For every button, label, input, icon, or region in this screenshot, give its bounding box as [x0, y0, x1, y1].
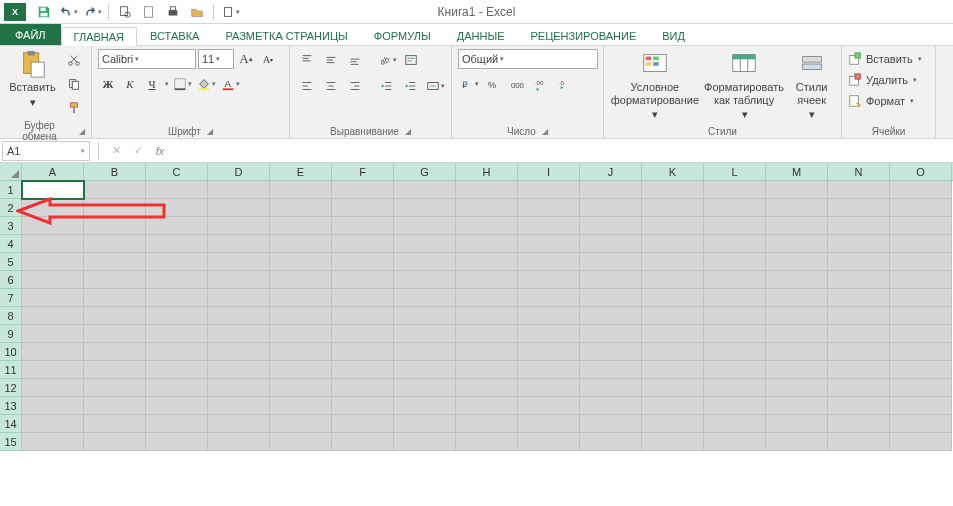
cell[interactable]	[890, 271, 952, 289]
cell[interactable]	[84, 343, 146, 361]
row-header[interactable]: 2	[0, 199, 22, 217]
cell[interactable]	[890, 379, 952, 397]
cell[interactable]	[580, 253, 642, 271]
cell[interactable]	[766, 217, 828, 235]
cell[interactable]	[22, 289, 84, 307]
cell[interactable]	[766, 235, 828, 253]
cell[interactable]	[332, 325, 394, 343]
cell[interactable]	[580, 217, 642, 235]
column-header[interactable]: G	[394, 163, 456, 180]
tab-view[interactable]: ВИД	[649, 26, 698, 45]
orientation-icon[interactable]: ab▾	[376, 49, 398, 71]
formula-input[interactable]	[171, 141, 953, 161]
cell[interactable]	[394, 343, 456, 361]
cell[interactable]	[394, 271, 456, 289]
cell[interactable]	[332, 307, 394, 325]
cell[interactable]	[332, 415, 394, 433]
cell[interactable]	[332, 397, 394, 415]
merge-center-icon[interactable]: ▾	[424, 75, 446, 97]
cell[interactable]	[580, 415, 642, 433]
cell[interactable]	[766, 397, 828, 415]
cell[interactable]	[208, 379, 270, 397]
cell[interactable]	[22, 415, 84, 433]
cell[interactable]	[456, 253, 518, 271]
cell[interactable]	[456, 235, 518, 253]
cell[interactable]	[890, 361, 952, 379]
cell[interactable]	[270, 307, 332, 325]
row-header[interactable]: 4	[0, 235, 22, 253]
cell[interactable]	[828, 289, 890, 307]
cell[interactable]	[146, 181, 208, 199]
cell[interactable]	[456, 199, 518, 217]
column-header[interactable]: H	[456, 163, 518, 180]
cell[interactable]	[22, 379, 84, 397]
touch-mode-icon[interactable]: ▾	[220, 2, 240, 22]
cell[interactable]	[394, 181, 456, 199]
cell[interactable]	[766, 415, 828, 433]
cell[interactable]	[208, 253, 270, 271]
cell[interactable]	[518, 289, 580, 307]
cell[interactable]	[208, 289, 270, 307]
cell[interactable]	[22, 325, 84, 343]
cell[interactable]	[22, 433, 84, 451]
cell[interactable]	[456, 343, 518, 361]
tab-data[interactable]: ДАННЫЕ	[444, 26, 518, 45]
cell[interactable]	[332, 379, 394, 397]
cell[interactable]	[890, 199, 952, 217]
alignment-dialog-launcher[interactable]: ◢	[405, 127, 411, 136]
cell[interactable]	[766, 361, 828, 379]
format-cells-button[interactable]: Формат▾	[848, 91, 929, 110]
enter-formula-icon[interactable]: ✓	[127, 141, 149, 161]
align-top-icon[interactable]	[296, 49, 318, 71]
underline-button[interactable]: Ч	[142, 74, 162, 94]
cell[interactable]	[22, 253, 84, 271]
cell[interactable]	[208, 307, 270, 325]
cell[interactable]	[642, 343, 704, 361]
font-dialog-launcher[interactable]: ◢	[207, 127, 213, 136]
cell[interactable]	[518, 181, 580, 199]
cell[interactable]	[704, 379, 766, 397]
cut-icon[interactable]	[63, 49, 85, 71]
cell[interactable]	[704, 433, 766, 451]
cell[interactable]	[22, 235, 84, 253]
row-header[interactable]: 5	[0, 253, 22, 271]
cell[interactable]	[580, 199, 642, 217]
cell[interactable]	[704, 361, 766, 379]
cell[interactable]	[332, 289, 394, 307]
cell[interactable]	[22, 217, 84, 235]
cell[interactable]	[208, 361, 270, 379]
cell[interactable]	[828, 361, 890, 379]
cell[interactable]	[518, 325, 580, 343]
cell[interactable]	[22, 199, 84, 217]
cell[interactable]	[84, 289, 146, 307]
cell[interactable]	[84, 361, 146, 379]
align-middle-icon[interactable]	[320, 49, 342, 71]
cell[interactable]	[456, 217, 518, 235]
cell[interactable]	[84, 235, 146, 253]
cell[interactable]	[518, 433, 580, 451]
cell-styles-button[interactable]: Стили ячеек▾	[788, 49, 835, 121]
cell[interactable]	[580, 397, 642, 415]
cell[interactable]	[84, 253, 146, 271]
cell[interactable]	[270, 253, 332, 271]
cell[interactable]	[22, 271, 84, 289]
cell[interactable]	[146, 415, 208, 433]
column-header[interactable]: O	[890, 163, 952, 180]
cell[interactable]	[828, 199, 890, 217]
cell[interactable]	[704, 199, 766, 217]
bold-button[interactable]: Ж	[98, 74, 118, 94]
cell[interactable]	[580, 325, 642, 343]
column-header[interactable]: B	[84, 163, 146, 180]
cell[interactable]	[580, 289, 642, 307]
cell[interactable]	[332, 235, 394, 253]
cell[interactable]	[828, 397, 890, 415]
column-header[interactable]: I	[518, 163, 580, 180]
cell[interactable]	[518, 397, 580, 415]
increase-decimal-icon[interactable]: .00	[530, 73, 552, 95]
column-header[interactable]: M	[766, 163, 828, 180]
cell[interactable]	[890, 289, 952, 307]
cell[interactable]	[580, 307, 642, 325]
cell[interactable]	[146, 253, 208, 271]
tab-file[interactable]: ФАЙЛ	[0, 24, 61, 45]
cell[interactable]	[642, 253, 704, 271]
